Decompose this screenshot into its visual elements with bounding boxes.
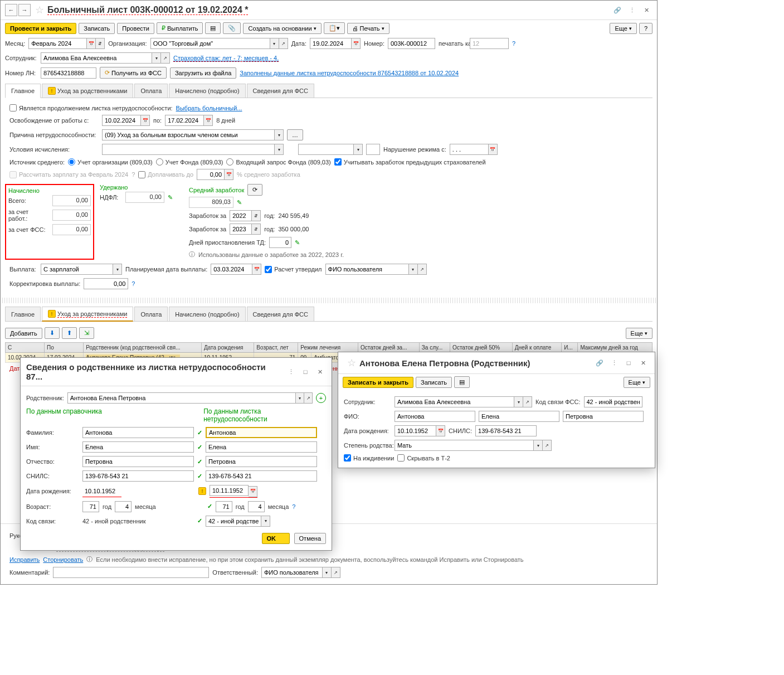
tab-main[interactable]: Главное <box>5 84 41 98</box>
col-rem[interactable]: Остаток дней за... <box>358 343 419 353</box>
corr-help[interactable]: ? <box>132 280 135 287</box>
close-icon[interactable]: ✕ <box>640 4 652 16</box>
dlg2-close[interactable]: ✕ <box>637 357 649 369</box>
col-rel[interactable]: Родственник (код родственной свя... <box>84 343 202 353</box>
corr-input[interactable] <box>84 278 128 289</box>
suspend-input[interactable] <box>269 237 291 248</box>
reason-dd[interactable]: ▾ <box>275 129 284 140</box>
load-file-button[interactable]: Загрузить из файла <box>170 67 236 79</box>
dlg1-cancel-button[interactable]: Отмена <box>294 533 326 544</box>
link-icon[interactable]: 🔗 <box>611 4 624 16</box>
print-button[interactable]: 🖨Печать <box>347 23 389 34</box>
tab2-accrued[interactable]: Начислено (подробно) <box>169 307 245 321</box>
dlg2-degree-open[interactable]: ↗ <box>543 440 552 451</box>
resp-dd[interactable]: ▾ <box>323 567 332 578</box>
care-more-button[interactable]: Еще <box>626 328 652 339</box>
expand-button[interactable]: ⇲ <box>79 327 94 339</box>
dlg2-emp-open[interactable]: ↗ <box>523 396 532 407</box>
ndfl-edit-icon[interactable]: ✎ <box>168 194 173 201</box>
col-max[interactable]: Максимум дней за год <box>578 343 652 353</box>
add-button[interactable]: Добавить <box>5 328 42 339</box>
move-up-button[interactable]: ⬆ <box>62 327 77 339</box>
resp-input[interactable] <box>261 567 323 578</box>
dlg1-name2[interactable] <box>206 441 317 453</box>
release-to[interactable] <box>165 115 204 126</box>
dlg2-patr[interactable] <box>563 411 644 422</box>
tab-accrued[interactable]: Начислено (подробно) <box>169 84 245 98</box>
dlg1-add-icon[interactable]: + <box>316 393 326 403</box>
dlg2-degree-dd[interactable]: ▾ <box>534 440 543 451</box>
pay-extra-input[interactable] <box>197 169 225 180</box>
suspend-edit-icon[interactable]: ✎ <box>295 239 300 246</box>
dlg2-fss[interactable] <box>584 396 642 407</box>
continuation-check[interactable]: Является продолжением листка нетрудоспос… <box>9 104 173 111</box>
dlg2-hide[interactable]: Скрывать в Т-2 <box>397 454 450 462</box>
col-dob[interactable]: Дата рождения <box>201 343 254 353</box>
org-input[interactable] <box>150 38 270 49</box>
emp-input[interactable] <box>41 52 152 64</box>
nav-back[interactable]: ← <box>5 4 17 16</box>
dlg2-snils[interactable] <box>475 425 537 436</box>
dlg1-name1[interactable] <box>82 441 194 453</box>
print-as-input[interactable] <box>470 38 509 49</box>
col-rem50[interactable]: Остаток дней 50% <box>450 343 513 353</box>
tab-pay[interactable]: Оплата <box>134 84 168 98</box>
nav-fwd[interactable]: → <box>18 4 31 16</box>
dlg2-save-close[interactable]: Записать и закрыть <box>343 377 413 388</box>
dlg1-dob2[interactable] <box>210 485 249 496</box>
dlg1-max[interactable]: □ <box>299 366 311 378</box>
dlg2-dob-cal[interactable]: 📅 <box>436 425 445 436</box>
calc-salary-check[interactable]: Рассчитать зарплату за Февраль 2024 <box>9 171 128 178</box>
more-button[interactable]: Еще <box>610 23 636 34</box>
stage-link[interactable]: Страховой стаж: лет - 7; месяцев - 4. <box>173 55 279 62</box>
src1-radio[interactable]: Учет организации (809,03) <box>68 158 153 166</box>
approved-check[interactable]: Расчет утвердил <box>265 266 322 273</box>
cond-dd[interactable]: ▾ <box>275 144 284 155</box>
date-cal[interactable]: 📅 <box>352 38 361 49</box>
tab2-main[interactable]: Главное <box>5 307 41 321</box>
viol-cal[interactable]: 📅 <box>489 144 498 155</box>
fix-link[interactable]: Исправить <box>9 556 40 563</box>
release-from[interactable] <box>102 115 141 126</box>
col-i[interactable]: И... <box>562 343 578 353</box>
y2022-spin[interactable]: ⇵ <box>252 210 261 221</box>
dlg1-age1m[interactable] <box>115 501 132 512</box>
tab2-care[interactable]: !Уход за родственниками <box>42 307 133 322</box>
storno-link[interactable]: Сторнировать <box>43 556 83 563</box>
cond3-input[interactable] <box>366 144 380 155</box>
viol-input[interactable] <box>450 144 489 155</box>
col-paydays[interactable]: Дней к оплате <box>512 343 562 353</box>
post-button[interactable]: Провести <box>117 23 154 34</box>
dlg2-surname[interactable] <box>395 411 475 422</box>
dlg1-menu[interactable]: ⋮ <box>285 366 297 378</box>
reason-more[interactable]: … <box>287 129 303 140</box>
dlg1-rel-dd[interactable]: ▾ <box>296 392 304 404</box>
col-mode[interactable]: Режим лечения <box>298 343 358 353</box>
y2023-spin[interactable]: ⇵ <box>252 224 261 235</box>
approved-user[interactable] <box>325 264 409 275</box>
org-open[interactable]: ↗ <box>279 38 288 49</box>
cond-input[interactable] <box>102 144 275 155</box>
save-button[interactable]: Записать <box>79 23 115 34</box>
cond2-dd[interactable]: ▾ <box>354 144 363 155</box>
col-to[interactable]: По <box>45 343 84 353</box>
dlg1-dob1[interactable] <box>82 485 121 497</box>
dlg1-patr1[interactable] <box>82 456 194 467</box>
dlg1-dob2-cal[interactable]: 📅 <box>249 486 257 497</box>
menu-icon[interactable]: ⋮ <box>626 4 638 16</box>
dlg2-name[interactable] <box>479 411 559 422</box>
number-input[interactable] <box>388 38 435 49</box>
tab-fss[interactable]: Сведения для ФСС <box>247 84 314 98</box>
print-as-help[interactable]: ? <box>512 40 515 47</box>
cond2-input[interactable] <box>298 144 354 155</box>
release-from-cal[interactable]: 📅 <box>141 115 150 126</box>
y2022-input[interactable] <box>230 210 252 221</box>
move-down-button[interactable]: ⬇ <box>45 327 60 339</box>
dlg2-degree[interactable] <box>395 440 534 451</box>
help-button[interactable]: ? <box>639 23 652 34</box>
month-cal[interactable]: 📅 <box>87 38 96 49</box>
resp-open[interactable]: ↗ <box>332 567 340 578</box>
prev-emp-check[interactable]: Учитывать заработок предыдущих страховат… <box>334 158 486 166</box>
ln-link[interactable]: Заполнены данные листка нетрудоспособнос… <box>240 70 459 76</box>
src2-radio[interactable]: Учет Фонда (809,03) <box>156 158 223 166</box>
